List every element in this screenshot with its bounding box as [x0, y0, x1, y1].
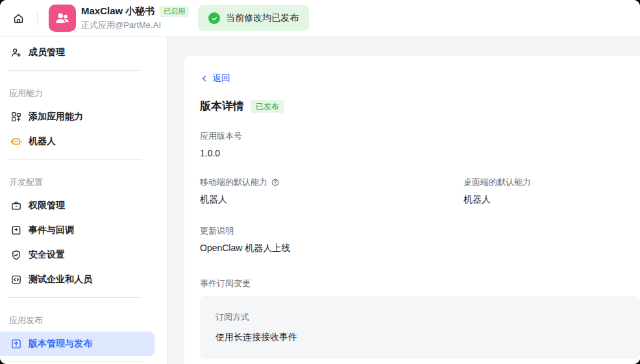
sidebar-divider [8, 70, 142, 71]
version-detail-card: 返回 版本详情 已发布 应用版本号 1.0.0 移动端的默认能力 [184, 56, 640, 364]
back-label: 返回 [212, 73, 230, 84]
sidebar-item-label: 测试企业和人员 [29, 274, 92, 285]
field-value: 1.0.0 [200, 148, 640, 158]
app-grid-add-icon [10, 111, 22, 123]
field-value: OpenClaw 机器人上线 [200, 243, 640, 254]
home-button[interactable] [6, 6, 30, 30]
subscription-method-label: 订阅方式 [215, 311, 624, 323]
check-circle-icon [208, 12, 220, 24]
field-mobile-capability: 移动端的默认能力 机器人 [200, 176, 463, 206]
field-version: 应用版本号 1.0.0 [200, 130, 640, 158]
sidebar-item-version-release[interactable]: 版本管理与发布 [0, 332, 154, 356]
app-status-badge: 已启用 [160, 6, 189, 17]
field-label: 移动端的默认能力 [200, 176, 267, 188]
published-badge: 已发布 [251, 100, 284, 113]
person-add-icon [10, 47, 22, 58]
avatar [49, 5, 76, 32]
upload-square-icon [10, 338, 22, 350]
sidebar-item-permissions[interactable]: 权限管理 [0, 193, 154, 218]
briefcase-icon [10, 200, 22, 212]
help-circle-icon[interactable] [271, 178, 280, 187]
sidebar-item-label: 机器人 [29, 136, 56, 147]
sidebar-section-capabilities: 应用能力 [0, 76, 167, 104]
sidebar-item-members[interactable]: 成员管理 [0, 40, 154, 65]
events-subscription-label: 事件订阅变更 [200, 278, 640, 289]
code-icon [10, 274, 22, 285]
header-divider [37, 11, 38, 25]
people-icon [54, 10, 71, 27]
chevron-left-icon [200, 74, 209, 83]
field-label: 更新说明 [200, 225, 640, 237]
robot-icon [10, 136, 22, 147]
sidebar-item-events-callbacks[interactable]: 事件与回调 [0, 218, 154, 243]
app-window: MaxClaw 小秘书 已启用 正式应用@PartMe.AI 当前修改均已发布 [0, 0, 640, 364]
sidebar-item-add-capability[interactable]: 添加应用能力 [0, 104, 154, 129]
app-info: MaxClaw 小秘书 已启用 正式应用@PartMe.AI [81, 5, 189, 31]
sidebar-item-bot[interactable]: 机器人 [0, 129, 154, 154]
page-title: 版本详情 [200, 99, 244, 114]
field-label: 桌面端的默认能力 [463, 176, 531, 188]
sidebar-section-dev-config: 开发配置 [0, 165, 167, 193]
sidebar-item-label: 版本管理与发布 [29, 338, 92, 350]
subscription-box: 订阅方式 使用长连接接收事件 [200, 296, 640, 359]
app-title: MaxClaw 小秘书 [81, 5, 154, 18]
sidebar-divider [8, 159, 142, 160]
field-desktop-capability: 桌面端的默认能力 机器人 [463, 176, 531, 206]
main-area: 返回 版本详情 已发布 应用版本号 1.0.0 移动端的默认能力 [167, 37, 640, 364]
field-label: 应用版本号 [200, 130, 640, 142]
field-update-notes: 更新说明 OpenClaw 机器人上线 [200, 225, 640, 254]
sidebar-divider [8, 297, 142, 298]
shield-check-icon [10, 249, 22, 261]
subscription-method-value: 使用长连接接收事件 [215, 332, 624, 343]
sidebar-divider [8, 361, 142, 362]
home-icon [12, 12, 25, 25]
field-value: 机器人 [200, 194, 463, 206]
sidebar-item-label: 权限管理 [29, 200, 65, 212]
sidebar-section-release: 应用发布 [0, 303, 167, 332]
publish-status-text: 当前修改均已发布 [226, 12, 299, 24]
app-subtitle: 正式应用@PartMe.AI [81, 19, 189, 31]
field-value: 机器人 [463, 194, 531, 206]
event-plus-icon [10, 224, 22, 236]
publish-status-pill: 当前修改均已发布 [198, 5, 309, 31]
header: MaxClaw 小秘书 已启用 正式应用@PartMe.AI 当前修改均已发布 [0, 0, 640, 37]
sidebar-item-label: 事件与回调 [29, 224, 74, 236]
back-link[interactable]: 返回 [200, 73, 230, 84]
sidebar-item-label: 成员管理 [29, 47, 65, 58]
sidebar-item-security[interactable]: 安全设置 [0, 243, 154, 267]
sidebar-item-label: 安全设置 [29, 249, 65, 261]
sidebar-item-test-org[interactable]: 测试企业和人员 [0, 267, 154, 292]
sidebar-item-label: 添加应用能力 [29, 111, 83, 123]
sidebar: 成员管理 应用能力 添加应用能力 [0, 37, 167, 364]
